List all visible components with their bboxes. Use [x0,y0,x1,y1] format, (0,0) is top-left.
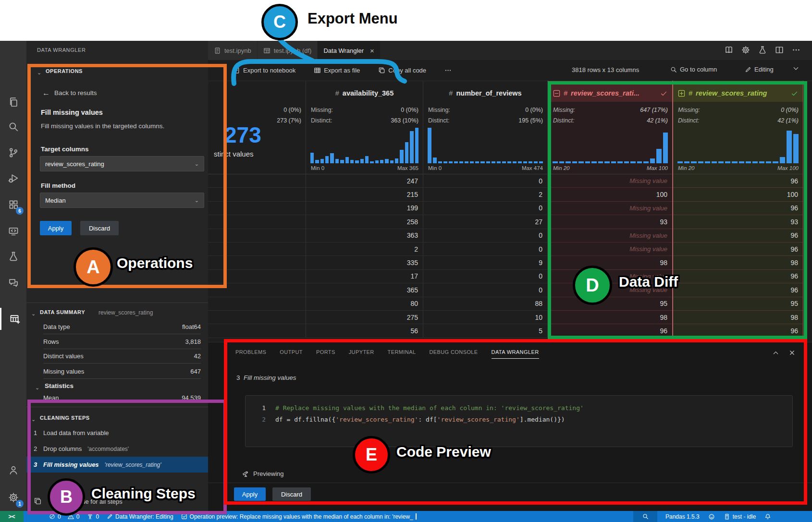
panel-tab-data-wrangler[interactable]: DATA WRANGLER [492,349,539,359]
activity-bar-settings-gear-icon[interactable]: 1 [0,486,26,509]
editor-action-ellipsis-icon[interactable] [792,46,800,54]
activity-bar-remote-explorer-icon[interactable] [0,220,26,242]
grid-cell[interactable]: 96 [673,243,803,256]
panel-close-icon[interactable] [788,349,796,356]
grid-cell[interactable]: 95 [548,297,672,311]
panel-tab-debug-console[interactable]: DEBUG CONSOLE [429,349,478,359]
chevron-down-icon[interactable]: ⌄ [31,414,36,423]
chevron-down-icon[interactable] [792,65,800,72]
code-preview-box[interactable]: 1# Replace missing values with the media… [245,395,793,447]
data-summary-section-header[interactable]: DATA SUMMARY [40,309,85,315]
column-header[interactable]: #review_scores_rati... [548,86,672,100]
grid-cell[interactable] [208,283,306,297]
grid-cell[interactable]: 96 [673,283,803,297]
ports-status[interactable]: 0 [87,513,99,520]
grid-cell[interactable]: 96 [673,202,803,215]
grid-cell[interactable]: 95 [673,297,803,311]
grid-cell[interactable]: 0 [423,174,547,188]
go-to-column-button[interactable]: Go to column [670,66,717,73]
grid-cell[interactable] [208,243,306,256]
column-histogram[interactable] [677,128,799,163]
activity-bar-run-debug-icon[interactable] [0,167,26,189]
grid-cell[interactable]: 98 [673,311,803,324]
activity-bar-search-icon[interactable] [0,116,26,138]
grid-cell[interactable]: 17 [306,270,423,283]
grid-cell[interactable] [208,215,306,229]
back-to-results-link[interactable]: Back to results [54,89,97,97]
grid-cell[interactable]: 365 [306,283,423,297]
copy-all-code-button[interactable]: Copy all code [378,67,426,74]
grid-cell[interactable] [208,311,306,324]
column-histogram[interactable] [310,128,418,163]
grid-cell[interactable] [208,174,306,188]
grid-cell[interactable] [208,270,306,283]
grid-cell[interactable]: 247 [306,174,423,188]
grid-cell[interactable]: 98 [548,256,672,269]
back-arrow-icon[interactable]: ← [42,89,50,97]
tab-test-ipynb-df-[interactable]: test.ipynb (df) [258,41,318,60]
column-histogram[interactable] [428,128,543,163]
tab-test-ipynb[interactable]: test.ipynb [208,41,258,60]
kernel-status[interactable]: test - idle [724,513,756,520]
grid-cell[interactable]: 275 [306,311,423,324]
grid-cell[interactable]: 93 [548,215,672,229]
target-columns-select[interactable]: review_scores_rating ⌄ [40,156,204,171]
grid-cell[interactable]: 96 [673,324,803,338]
grid-cell[interactable]: 10 [423,311,547,324]
activity-bar-account-icon[interactable] [0,459,26,481]
grid-cell[interactable]: 96 [673,174,803,188]
activity-bar-files-icon[interactable] [0,91,26,113]
chevron-down-icon[interactable]: ⌄ [31,309,36,317]
grid-cell[interactable]: 0 [423,283,547,297]
grid-cell[interactable]: 98 [548,311,672,324]
activity-bar-testing-beaker-icon[interactable] [0,245,26,267]
grid-cell[interactable]: 2 [423,188,547,201]
grid-cell[interactable]: 98 [673,256,803,269]
grid-cell[interactable]: 56 [306,324,423,338]
grid-cell[interactable]: 0 [423,229,547,243]
column-histogram[interactable] [553,128,668,163]
panel-tab-terminal[interactable]: TERMINAL [388,349,416,359]
activity-bar-source-control-icon[interactable] [0,142,26,164]
export-to-notebook-button[interactable]: Export to notebook [233,67,295,74]
panel-apply-button[interactable]: Apply [234,487,266,501]
operation-preview-status[interactable]: Operation preview: Replace missing value… [181,513,417,520]
export-code-icon[interactable] [34,497,42,505]
close-icon[interactable]: × [370,47,374,55]
column-header[interactable]: #review_scores_rating [673,86,803,100]
grid-cell[interactable]: 96 [673,229,803,243]
activity-bar-data-wrangler-icon[interactable] [0,308,28,330]
discard-button[interactable]: Discard [80,221,119,235]
grid-cell[interactable]: Missing value [548,243,672,256]
zoom-indicator[interactable] [633,511,657,522]
grid-cell[interactable] [208,297,306,311]
activity-bar-comments-icon[interactable] [0,272,26,294]
grid-cell[interactable]: 27 [423,215,547,229]
pandas-version[interactable]: Pandas 1.5.3 [665,513,700,520]
grid-cell[interactable] [208,188,306,201]
editor-action-open-preview-icon[interactable] [725,46,733,54]
grid-cell[interactable]: 0 [423,202,547,215]
wrangler-mode-status[interactable]: Data Wrangler: Editing [107,513,173,520]
grid-cell[interactable]: 363 [306,229,423,243]
chevron-down-icon[interactable]: ⌄ [37,68,41,76]
grid-cell[interactable]: 88 [423,297,547,311]
editor-action-settings-gear-icon[interactable] [741,46,750,54]
grid-cell[interactable]: 199 [306,202,423,215]
editor-action-beaker-icon[interactable] [758,46,767,54]
grid-cell[interactable]: 0 [423,243,547,256]
fill-method-select[interactable]: Median ⌄ [40,193,204,208]
cleaning-step-1[interactable]: 1Load data from variable [26,425,208,441]
grid-cell[interactable]: 80 [306,297,423,311]
feedback-smiley[interactable] [708,513,715,520]
panel-tab-problems[interactable]: PROBLEMS [235,349,266,359]
more-button[interactable] [444,67,452,74]
editor-action-split-editor-icon[interactable] [775,46,784,54]
code-line-2[interactable]: 2df = df.fillna({'review_scores_rating':… [246,414,792,425]
grid-cell[interactable]: 5 [423,324,547,338]
grid-cell[interactable]: Missing value [548,229,672,243]
grid-cell[interactable] [208,202,306,215]
statistics-header[interactable]: Statistics [45,382,74,389]
grid-cell[interactable]: 96 [548,324,672,338]
grid-cell[interactable]: 100 [673,188,803,201]
